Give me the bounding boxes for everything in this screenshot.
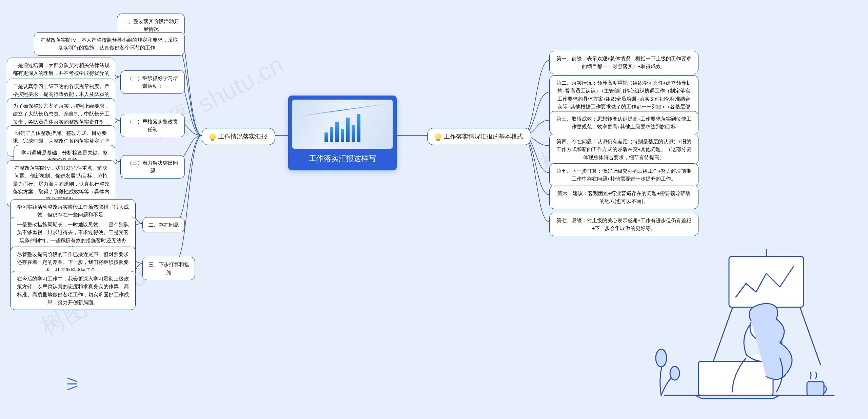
root-title: 工作落实汇报这样写 bbox=[292, 152, 393, 166]
root-node[interactable]: 工作落实汇报这样写 bbox=[288, 96, 397, 170]
text: （二）严格落实整改责任制 bbox=[126, 118, 179, 133]
node-r3[interactable]: 第三、取得成效：思想转变认识提高+工作要求落实到位使工作更规范、效率更高+其他上… bbox=[549, 111, 698, 134]
node-l-n2[interactable]: 在整改落实阶段，本人严格按照领导小组的规定和要求，采取切实可行的措施，认真做好各… bbox=[34, 32, 185, 56]
text: 在整改落实阶段，本人严格按照领导小组的规定和要求，采取切实可行的措施，认真做好各… bbox=[40, 36, 179, 52]
node-r6[interactable]: 第六、建议：客观困难+行业普遍存在的问题+需要领导帮助的地方(也可以不写)。 bbox=[549, 186, 698, 209]
text: 第一、前缀：表示欢迎+总体情况（概括一下上级的工作要求的纲目都一一对照落实）+取… bbox=[555, 55, 693, 70]
text: 二、存在问题 bbox=[149, 221, 179, 229]
svg-point-4 bbox=[656, 349, 667, 367]
text: （三）着力解决突出问题 bbox=[126, 159, 179, 175]
node-l-n4b[interactable]: 在今后的学习工作中，我会更深入学习贯彻上级政策方针，以严肃认真的态度和求真务实的… bbox=[10, 271, 136, 310]
svg-point-5 bbox=[670, 366, 679, 380]
branch-right-label: 工作落实情况汇报的基本格式 bbox=[444, 132, 523, 141]
branch-right[interactable]: 工作落实情况汇报的基本格式 bbox=[427, 128, 531, 145]
decorative-illustration bbox=[644, 236, 854, 412]
svg-rect-1 bbox=[698, 361, 773, 395]
node-l-s3[interactable]: （三）着力解决突出问题 bbox=[120, 155, 185, 179]
svg-rect-2 bbox=[807, 382, 824, 395]
text: 三、下步打算和措施 bbox=[148, 260, 189, 276]
node-r5[interactable]: 第五、下一步打算：做好上级交办的后续工作+努力解决前期工作中存在问题+其他需要进… bbox=[549, 163, 698, 187]
deco-lines-icon bbox=[64, 376, 81, 393]
node-r4[interactable]: 第四、存在问题：认识仍有差距（特别是基层的认识）+旧的工作方式和新的工作方式的矛… bbox=[549, 134, 698, 165]
node-l-s1[interactable]: （一）继续抓好学习培训活动： bbox=[120, 70, 185, 94]
node-l-n4[interactable]: 三、下步打算和措施 bbox=[142, 257, 195, 280]
node-r7[interactable]: 第七、后缀：对上级的关心表示感谢+工作有进步但仍有差距+下一步会争取做的更好等。 bbox=[549, 213, 698, 236]
svg-rect-0 bbox=[729, 256, 804, 307]
bulb-icon bbox=[435, 133, 441, 140]
root-image bbox=[292, 100, 393, 149]
text: 第七、后缀：对上级的关心表示感谢+工作有进步但仍有差距+下一步会争取做的更好等。 bbox=[555, 216, 693, 232]
text: 尽管整改提高阶段的工作已接近尾声，但对照要求还存在着一定的差距。下一步，我们将继… bbox=[16, 250, 130, 274]
bulb-icon bbox=[210, 133, 216, 140]
text: 一、整改落实阶段活动开展情况 bbox=[123, 17, 179, 33]
node-r1[interactable]: 第一、前缀：表示欢迎+总体情况（概括一下上级的工作要求的纲目都一一对照落实）+取… bbox=[549, 51, 698, 74]
text: 在整改落实阶段，我们以“抓住重点、解决问题、创新机制、促进发展”为目标，坚持量力… bbox=[13, 164, 110, 203]
text: （一）继续抓好学习培训活动： bbox=[126, 74, 179, 90]
branch-left[interactable]: 工作情况落实汇报 bbox=[202, 128, 275, 145]
text: 学习实践活动整改落实阶段工作虽然取得了很大成效，但仍存在一些问题和不足。 bbox=[16, 203, 130, 219]
text: 在今后的学习工作中，我会更深入学习贯彻上级政策方针，以严肃认真的态度和求真务实的… bbox=[16, 275, 130, 306]
text: 第三、取得成效：思想转变认识提高+工作要求落实到位使工作更规范、效率更高+其他上… bbox=[555, 115, 693, 131]
mindmap-canvas: 树图 shutu.cn 树图 shutu.cn 树图 shutu + + bbox=[0, 0, 868, 419]
node-l-n3[interactable]: 二、存在问题 bbox=[142, 217, 185, 232]
text: 第六、建议：客观困难+行业普遍存在的问题+需要领导帮助的地方(也可以不写)。 bbox=[555, 189, 693, 205]
svg-point-3 bbox=[750, 315, 776, 340]
text: 第四、存在问题：认识仍有差距（特别是基层的认识）+旧的工作方式和新的工作方式的矛… bbox=[555, 138, 693, 161]
text: 第五、下一步打算：做好上级交办的后续工作+努力解决前期工作中存在问题+其他需要进… bbox=[555, 167, 693, 183]
branch-left-label: 工作情况落实汇报 bbox=[218, 132, 267, 141]
node-l-s2[interactable]: （二）严格落实整改责任制 bbox=[120, 114, 185, 137]
